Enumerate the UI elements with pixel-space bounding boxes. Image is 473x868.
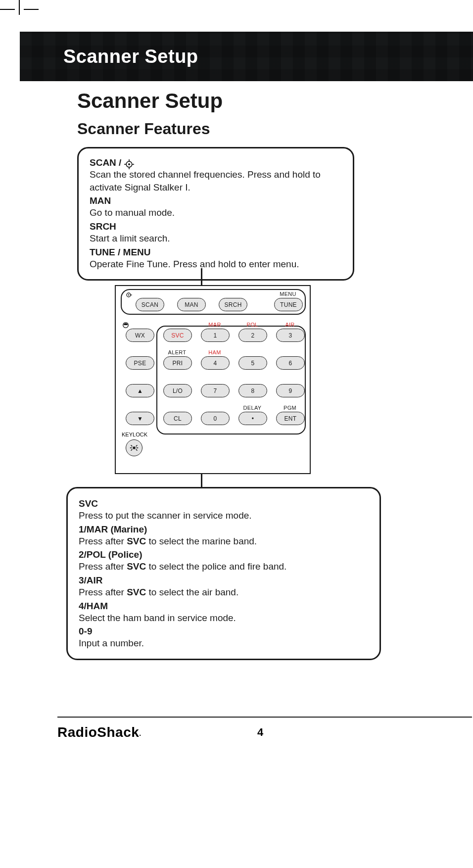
lo-button: L/O — [163, 384, 192, 397]
n6-button: 6 — [276, 356, 305, 370]
page-subtitle: Scanner Features — [77, 120, 354, 138]
pse-button: PSE — [126, 356, 154, 370]
pri-button: PRI — [163, 356, 192, 370]
super-alert: ALERT — [163, 349, 191, 355]
header-band: Scanner Setup — [20, 32, 473, 81]
feature-desc-man: Go to manual mode. — [90, 206, 342, 219]
content-area: Scanner Setup Scanner Features SCAN / Sc… — [77, 89, 354, 281]
svg-line-13 — [131, 445, 133, 447]
n1-button: 1 — [201, 329, 230, 342]
page: Scanner Setup Scanner Setup Scanner Feat… — [0, 0, 473, 868]
leader-line-bottom — [201, 473, 202, 487]
header-section-title: Scanner Setup — [63, 46, 198, 67]
feature-desc-ham: Select the ham band in service mode. — [79, 612, 369, 625]
svg-line-16 — [136, 445, 138, 447]
feature-desc-09: Input a number. — [79, 637, 369, 650]
feature-label-man: MAN — [90, 195, 342, 206]
feature-label-scan: SCAN / — [90, 157, 342, 168]
svg-point-1 — [128, 163, 130, 165]
srch-button: SRCH — [219, 298, 247, 311]
down-button: ▼ — [126, 412, 154, 425]
feature-desc-pol: Press after SVC to select the police and… — [79, 560, 369, 573]
page-number: 4 — [257, 726, 263, 739]
svg-point-10 — [133, 446, 136, 449]
brand-logo: RadioShack. — [57, 724, 142, 740]
feature-label-scan-text: SCAN / — [90, 157, 124, 168]
n7-button: 7 — [201, 384, 230, 397]
brand-text: RadioShack — [57, 724, 139, 740]
feature-label-air: 3/AIR — [79, 575, 369, 586]
feature-label-09: 0-9 — [79, 626, 369, 637]
feature-desc-air: Press after SVC to select the air band. — [79, 586, 369, 599]
feature-label-srch: SRCH — [90, 221, 342, 232]
up-button: ▲ — [126, 384, 154, 397]
feature-label-svc: SVC — [79, 498, 369, 509]
super-menu: MENU — [274, 291, 302, 297]
page-title: Scanner Setup — [77, 89, 354, 113]
man-button: MAN — [177, 298, 206, 311]
feature-desc-mar: Press after SVC to select the marine ban… — [79, 535, 369, 548]
keylock-button — [126, 439, 142, 456]
light-icon — [129, 442, 140, 453]
super-pol: POL — [238, 322, 266, 328]
super-air: AIR — [276, 322, 304, 328]
keylock-label: KEYLOCK — [122, 432, 147, 437]
svg-line-15 — [131, 449, 133, 451]
n9-button: 9 — [276, 384, 305, 397]
feature-label-tune: TUNE / MENU — [90, 247, 342, 258]
n4-button: 4 — [201, 356, 230, 370]
dot-button: • — [238, 412, 267, 425]
feature-desc-scan: Scan the stored channel frequencies. Pre… — [90, 168, 342, 193]
super-delay: DELAY — [238, 405, 266, 411]
n2-button: 2 — [238, 329, 267, 342]
super-ham: HAM — [201, 349, 229, 355]
leader-line-top — [201, 268, 202, 286]
cl-button: CL — [163, 412, 192, 425]
footer-rule — [57, 717, 472, 718]
svc-button: SVC — [163, 329, 192, 342]
svg-line-14 — [136, 449, 138, 451]
crop-mark-h — [0, 9, 473, 11]
ent-button: ENT — [276, 412, 305, 425]
feature-desc-svc: Press to put the scanner in service mode… — [79, 509, 369, 522]
n0-button: 0 — [201, 412, 230, 425]
super-pgm: PGM — [276, 405, 304, 411]
keypad: MENU SCAN MAN SRCH TUNE MAR POL AIR WX S… — [115, 285, 311, 474]
n3-button: 3 — [276, 329, 305, 342]
feature-label-ham: 4/HAM — [79, 601, 369, 612]
scan-button: SCAN — [136, 298, 164, 311]
callout-top: SCAN / Scan the stored channel frequenci… — [77, 147, 354, 281]
crop-mark-v — [19, 0, 20, 15]
signal-stalker-icon — [124, 159, 134, 169]
feature-label-mar: 1/MAR (Marine) — [79, 524, 369, 535]
n8-button: 8 — [238, 384, 267, 397]
tune-button: TUNE — [274, 298, 303, 311]
feature-desc-tune: Operate Fine Tune. Press and hold to ent… — [90, 258, 342, 271]
wx-button: WX — [126, 329, 154, 342]
n5-button: 5 — [238, 356, 267, 370]
feature-desc-srch: Start a limit search. — [90, 232, 342, 245]
feature-label-pol: 2/POL (Police) — [79, 549, 369, 560]
callout-bottom: SVC Press to put the scanner in service … — [66, 487, 381, 660]
super-mar: MAR — [201, 322, 229, 328]
footer: RadioShack. 4 — [57, 724, 463, 740]
